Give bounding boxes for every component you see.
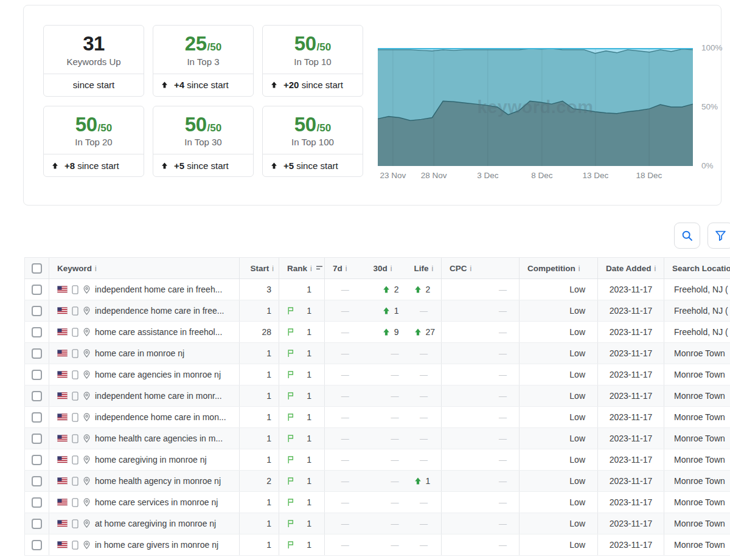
row-checkbox[interactable] <box>32 285 42 295</box>
change-30d-cell: — <box>366 492 406 513</box>
row-checkbox[interactable] <box>32 348 42 359</box>
info-icon[interactable]: i <box>391 264 392 273</box>
cpc-cell: — <box>442 407 520 428</box>
column-header-start[interactable]: Starti <box>240 258 279 279</box>
info-icon[interactable]: i <box>272 264 274 273</box>
empty-value-dash: — <box>341 349 349 358</box>
chart-x-axis: 23 Nov28 Nov3 Dec8 Dec13 Dec18 Dec <box>378 171 693 183</box>
row-select-cell <box>25 322 49 343</box>
row-checkbox[interactable] <box>32 434 42 444</box>
rank-value: 1 <box>307 348 311 358</box>
keyword-cell[interactable]: independence home care in free... <box>49 300 240 322</box>
date-added-cell: 2023-11-17 <box>598 449 664 471</box>
column-header-competition[interactable]: Competitioni <box>520 258 598 279</box>
empty-value-dash: — <box>391 413 399 422</box>
row-checkbox[interactable] <box>32 412 42 423</box>
keyword-cell[interactable]: home care agencies in monroe nj <box>49 364 240 385</box>
row-checkbox[interactable] <box>32 476 42 486</box>
cpc-cell: — <box>442 513 520 534</box>
keyword-cell[interactable]: home health agency in monroe nj <box>49 471 240 492</box>
filter-button[interactable] <box>707 223 730 249</box>
x-axis-tick-label: 28 Nov <box>421 171 447 180</box>
search-location-cell: Freehold, NJ ( <box>664 279 730 300</box>
select-all-header[interactable] <box>25 258 49 279</box>
summary-card-footer: +5 since start <box>263 154 363 176</box>
change-life-cell: — <box>406 407 442 428</box>
column-header-location[interactable]: Search Locationi <box>664 258 730 279</box>
change-7d-cell: — <box>325 513 366 534</box>
location-pin-icon <box>83 349 91 358</box>
rank-cell: 1 <box>279 534 325 556</box>
summary-card-footer: +8 since start <box>44 154 144 176</box>
select-all-checkbox[interactable] <box>32 263 42 274</box>
row-checkbox[interactable] <box>32 391 42 401</box>
keyword-text: home health care agencies in m... <box>95 434 223 443</box>
keyword-text: independence home care in mon... <box>95 412 226 422</box>
sort-icon[interactable] <box>312 264 323 273</box>
rank-cell: 1 <box>279 449 325 471</box>
keyword-cell[interactable]: independence home care in mon... <box>49 407 240 428</box>
competition-cell: Low <box>520 428 598 449</box>
summary-card-delta: +4 <box>174 80 187 90</box>
table-row: home care in monroe nj1 1————Low2023-11-… <box>25 343 730 364</box>
row-checkbox[interactable] <box>32 519 42 529</box>
keyword-cell[interactable]: home care services in monroe nj <box>49 492 240 513</box>
search-location-cell: Monroe Town <box>664 428 730 449</box>
keyword-cell[interactable]: in home care givers in monroe nj <box>49 534 240 556</box>
empty-value-dash: — <box>499 519 507 528</box>
row-checkbox[interactable] <box>32 327 42 337</box>
info-icon[interactable]: i <box>95 264 97 273</box>
mobile-device-icon <box>72 541 78 550</box>
summary-card-suffix: /50 <box>317 41 332 53</box>
rank-flag-icon <box>287 392 294 400</box>
cpc-cell: — <box>442 364 520 385</box>
column-header-date_added[interactable]: Date Addedi <box>598 258 664 279</box>
keyword-cell[interactable]: home health care agencies in m... <box>49 428 240 449</box>
row-checkbox[interactable] <box>32 540 42 550</box>
mobile-device-icon <box>72 370 78 379</box>
column-header-d7[interactable]: 7di <box>325 258 366 279</box>
keyword-cell[interactable]: independent home care in freeh... <box>49 279 240 300</box>
row-checkbox[interactable] <box>32 455 42 465</box>
competition-cell: Low <box>520 279 598 300</box>
search-location-cell: Freehold, NJ ( <box>664 300 730 322</box>
row-checkbox[interactable] <box>32 497 42 508</box>
column-header-rank[interactable]: Ranki <box>279 258 325 279</box>
keyword-cell[interactable]: home care assistance in freehol... <box>49 322 240 343</box>
summary-card-delta: +20 <box>283 80 302 90</box>
info-icon[interactable]: i <box>346 264 347 273</box>
location-pin-icon <box>83 541 91 549</box>
search-button[interactable] <box>674 223 700 249</box>
location-pin-icon <box>83 477 91 485</box>
info-icon[interactable]: i <box>432 264 434 273</box>
mobile-device-icon <box>72 434 78 443</box>
column-header-life[interactable]: Lifei <box>406 258 442 279</box>
info-icon[interactable]: i <box>470 264 472 273</box>
keyword-cell[interactable]: home care in monroe nj <box>49 343 240 364</box>
filter-icon <box>714 229 727 242</box>
column-label: 7d <box>333 264 342 273</box>
x-axis-tick-label: 3 Dec <box>477 171 498 180</box>
location-pin-icon <box>83 285 91 294</box>
rank-value: 1 <box>307 412 311 422</box>
rank-cell: 1 <box>279 492 325 513</box>
location-pin-icon <box>83 328 91 336</box>
cpc-cell: — <box>442 428 520 449</box>
column-header-cpc[interactable]: CPCi <box>442 258 520 279</box>
row-checkbox[interactable] <box>32 370 42 380</box>
keyword-cell[interactable]: independent home care in monr... <box>49 385 240 407</box>
keyword-cell[interactable]: at home caregiving in monroe nj <box>49 513 240 534</box>
start-cell: 1 <box>240 343 279 364</box>
search-location-cell: Monroe Town <box>664 364 730 385</box>
column-header-d30[interactable]: 30di <box>366 258 406 279</box>
row-checkbox[interactable] <box>32 306 42 316</box>
change-life-cell: — <box>406 343 442 364</box>
keyword-cell[interactable]: home caregiving in monroe nj <box>49 449 240 471</box>
date-added-cell: 2023-11-17 <box>598 385 664 407</box>
column-header-keyword[interactable]: Keywordi <box>49 258 240 279</box>
info-icon[interactable]: i <box>654 264 656 273</box>
summary-cards: 31 Keywords Up since start 25/50 In Top … <box>43 25 363 177</box>
info-icon[interactable]: i <box>579 264 580 273</box>
mobile-device-icon <box>72 306 78 316</box>
date-added-cell: 2023-11-17 <box>598 407 664 428</box>
